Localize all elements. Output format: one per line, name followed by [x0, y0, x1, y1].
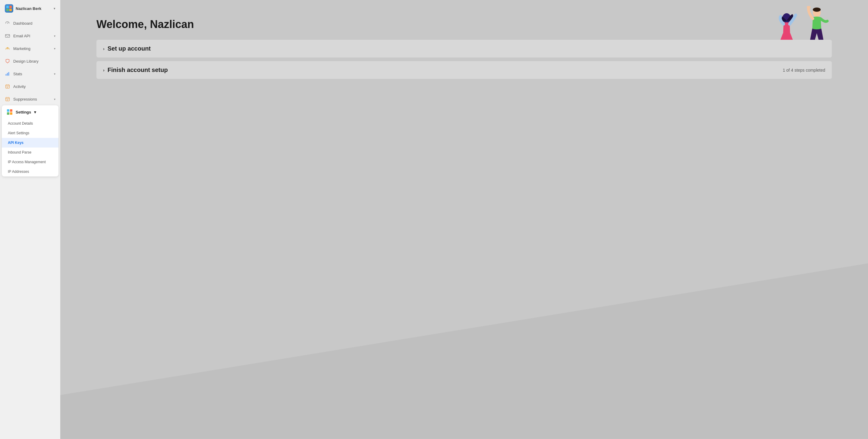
finish-account-setup-title: Finish account setup [107, 67, 780, 73]
sidebar-item-activity[interactable]: Activity [0, 80, 60, 93]
sidebar-item-dashboard[interactable]: Dashboard [0, 17, 60, 30]
sub-item-ip-access-management[interactable]: IP Access Management [2, 157, 59, 167]
sidebar-item-design-library[interactable]: Design Library [0, 55, 60, 67]
sub-item-ip-addresses[interactable]: IP Addresses [2, 167, 59, 176]
app-logo [5, 4, 13, 13]
sidebar-item-stats[interactable]: Stats ▾ [0, 67, 60, 80]
finish-account-steps: 1 of 4 steps completed [783, 68, 825, 73]
settings-nav-item[interactable]: Settings ▾ [2, 105, 59, 119]
account-chevron: ▾ [54, 7, 56, 10]
svg-rect-9 [8, 72, 9, 76]
svg-marker-24 [60, 264, 868, 439]
email-api-chevron: ▾ [54, 34, 56, 38]
account-name: Nazlican Berk [16, 6, 51, 11]
stats-label: Stats [13, 72, 22, 76]
svg-rect-8 [7, 73, 8, 75]
finish-account-setup-chevron: › [103, 68, 104, 73]
svg-rect-2 [6, 9, 9, 11]
design-library-label: Design Library [13, 59, 38, 64]
stats-chevron: ▾ [54, 72, 56, 75]
marketing-chevron: ▾ [54, 47, 56, 50]
suppressions-icon [5, 96, 10, 102]
settings-icon [7, 109, 13, 115]
dashboard-label: Dashboard [13, 21, 33, 26]
svg-rect-0 [6, 6, 9, 8]
marketing-label: Marketing [13, 46, 30, 51]
svg-rect-3 [9, 9, 12, 11]
suppressions-chevron: ▾ [54, 98, 56, 101]
dashboard-icon [5, 21, 10, 26]
sidebar-item-marketing[interactable]: Marketing ▾ [0, 42, 60, 55]
accordion-finish-account-setup[interactable]: › Finish account setup 1 of 4 steps comp… [96, 61, 832, 79]
marketing-icon [5, 46, 10, 51]
settings-label: Settings [16, 110, 31, 114]
svg-point-6 [7, 48, 8, 49]
activity-icon [5, 84, 10, 89]
design-library-icon [5, 59, 10, 64]
sub-item-alert-settings[interactable]: Alert Settings [2, 128, 59, 138]
set-up-account-chevron: › [103, 46, 104, 51]
settings-panel: Settings ▾ Account Details Alert Setting… [2, 105, 59, 176]
svg-rect-7 [6, 74, 7, 75]
sidebar-item-suppressions[interactable]: Suppressions ▾ [0, 93, 60, 105]
sidebar-item-email-api[interactable]: Email API ▾ [0, 30, 60, 42]
activity-label: Activity [13, 84, 26, 89]
diagonal-decoration [60, 175, 868, 439]
stats-icon [5, 71, 10, 76]
welcome-title: Welcome, Nazlican [96, 18, 832, 31]
email-api-label: Email API [13, 34, 30, 38]
settings-sub-menu: Account Details Alert Settings API Keys … [2, 119, 59, 176]
svg-rect-15 [10, 112, 12, 115]
sidebar: Nazlican Berk ▾ Dashboard Email [0, 0, 60, 439]
svg-rect-12 [7, 109, 9, 112]
sidebar-nav: Dashboard Email API ▾ Marketing ▾ [0, 17, 60, 439]
sub-item-api-keys[interactable]: API Keys [2, 138, 59, 147]
svg-point-4 [7, 23, 8, 24]
accordion-set-up-account[interactable]: › Set up account [96, 40, 832, 58]
settings-chevron: ▾ [34, 110, 36, 114]
suppressions-label: Suppressions [13, 97, 37, 101]
main-content: Welcome, Nazlican › Set up account › Fin… [60, 0, 868, 439]
svg-rect-13 [10, 109, 12, 112]
email-api-icon [5, 33, 10, 38]
welcome-section: Welcome, Nazlican › Set up account › Fin… [60, 0, 868, 95]
sub-item-inbound-parse[interactable]: Inbound Parse [2, 147, 59, 157]
svg-rect-14 [7, 112, 9, 115]
set-up-account-title: Set up account [107, 45, 825, 52]
sub-item-account-details[interactable]: Account Details [2, 119, 59, 128]
svg-rect-5 [5, 35, 10, 38]
svg-rect-1 [9, 6, 12, 8]
account-selector[interactable]: Nazlican Berk ▾ [0, 0, 60, 17]
